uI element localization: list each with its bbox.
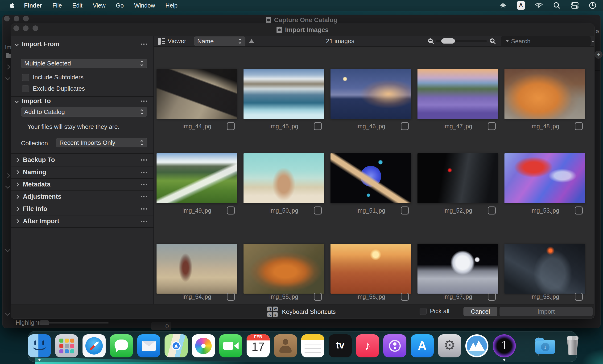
dock-safari-icon[interactable] (82, 334, 106, 357)
import-button[interactable]: Import (499, 307, 593, 316)
chevron-right-icon[interactable] (5, 173, 10, 178)
dock-music-icon[interactable]: ♪ (356, 334, 379, 357)
sidebar-section-backup-to[interactable]: Backup To (11, 154, 153, 166)
image-thumbnail[interactable] (504, 244, 585, 294)
dock-settings-icon[interactable]: ⚙ (438, 334, 461, 357)
control-center-icon[interactable] (570, 1, 579, 10)
chevron-down-icon[interactable] (5, 75, 10, 80)
sidebar-section-adjustments[interactable]: Adjustments (11, 190, 153, 203)
image-thumbnail[interactable] (417, 244, 498, 294)
chevron-down-icon[interactable] (5, 311, 10, 316)
highlight-slider[interactable]: 0 (39, 322, 109, 323)
dock-calendar-icon[interactable]: FEB17 (247, 334, 270, 357)
antivirus-spider-icon[interactable] (499, 1, 507, 10)
sidebar-section-naming[interactable]: Naming (11, 166, 153, 179)
more-options-icon[interactable] (141, 221, 147, 222)
zoom-button[interactable] (33, 25, 38, 31)
pick-checkbox[interactable] (401, 293, 409, 301)
keyboard-shortcuts-label[interactable]: Keyboard Shortcuts (282, 308, 336, 316)
minimize-button[interactable] (14, 16, 19, 22)
search-options-icon[interactable] (592, 41, 594, 42)
search-input[interactable] (510, 37, 591, 45)
search-scope-caret-icon[interactable] (506, 40, 509, 42)
menu-item-help[interactable]: Help (165, 2, 177, 9)
cancel-button[interactable]: Cancel (464, 307, 497, 316)
pick-checkbox[interactable] (314, 293, 322, 301)
chevron-down-icon[interactable] (5, 247, 10, 252)
close-button[interactable] (4, 16, 10, 22)
input-source-icon[interactable]: A (517, 1, 525, 10)
zoom-in-icon[interactable] (489, 37, 497, 45)
import-source-dropdown[interactable]: Multiple Selected (21, 59, 147, 68)
pick-checkbox[interactable] (227, 293, 235, 301)
pick-checkbox[interactable] (575, 293, 583, 301)
sidebar-section-after-import[interactable]: After Import (11, 215, 153, 228)
pick-all-checkbox[interactable] (420, 308, 427, 315)
exclude-duplicates-row[interactable]: Exclude Duplicates (22, 85, 85, 92)
zoom-out-icon[interactable] (427, 37, 435, 45)
viewer-layout-icon[interactable] (158, 38, 165, 45)
dock-photos-icon[interactable] (192, 334, 215, 357)
more-options-icon[interactable] (141, 44, 147, 45)
search-field[interactable] (501, 36, 591, 46)
zoom-button[interactable] (23, 16, 29, 22)
dock-messages-icon[interactable] (110, 334, 133, 357)
image-thumbnail[interactable] (330, 244, 411, 294)
dock-facetime-icon[interactable] (219, 334, 242, 357)
menu-item-view[interactable]: View (93, 2, 106, 9)
double-chevron-icon[interactable]: » (595, 27, 598, 35)
include-subfolders-row[interactable]: Include Subfolders (22, 74, 83, 81)
more-options-icon[interactable] (141, 184, 147, 185)
image-thumbnail[interactable] (244, 244, 324, 294)
dock-launchpad-icon[interactable] (55, 334, 78, 357)
highlight-value[interactable]: 0 (151, 322, 171, 330)
menu-item-file[interactable]: File (52, 2, 62, 9)
adjustments-sliders-icon[interactable] (5, 164, 11, 168)
slider-thumb[interactable] (40, 320, 49, 325)
dock-mail-icon[interactable] (137, 334, 160, 357)
close-button[interactable] (13, 25, 19, 31)
thumbnail-size-slider[interactable] (436, 40, 487, 42)
dock-contacts-icon[interactable] (274, 334, 297, 357)
menu-item-edit[interactable]: Edit (72, 2, 82, 9)
menu-item-finder[interactable]: Finder (24, 2, 42, 9)
menu-item-go[interactable]: Go (116, 2, 124, 9)
more-options-icon[interactable] (141, 172, 147, 173)
collection-dropdown[interactable]: Recent Imports Only (56, 138, 147, 147)
dock-trash-icon[interactable] (561, 334, 584, 357)
keyboard-shortcuts-icon[interactable]: QW AS (267, 307, 278, 317)
image-thumbnail[interactable] (157, 244, 237, 294)
section-import-from[interactable]: Import From (11, 40, 153, 48)
dock-tv-icon[interactable]: tv (329, 334, 352, 357)
dock-maps-icon[interactable] (164, 334, 188, 357)
wifi-alert-icon[interactable] (535, 1, 543, 10)
more-options-icon[interactable] (141, 208, 147, 210)
pick-all-row[interactable]: Pick all (420, 308, 449, 315)
slider-thumb[interactable] (441, 38, 455, 44)
include-subfolders-checkbox[interactable] (22, 74, 29, 81)
section-import-to[interactable]: Import To (11, 97, 153, 105)
dock-notes-icon[interactable] (301, 334, 324, 357)
dock-appstore-icon[interactable]: A (411, 334, 434, 357)
apple-menu-icon[interactable] (9, 2, 15, 9)
chevron-down-icon[interactable] (5, 184, 10, 188)
dock-downloads-icon[interactable]: ↓ (534, 334, 557, 357)
minimize-button[interactable] (23, 25, 29, 31)
dock-podcasts-icon[interactable] (383, 334, 406, 357)
pick-checkbox[interactable] (488, 293, 496, 301)
spotlight-search-icon[interactable] (553, 1, 561, 10)
dock-mountain-icon[interactable] (465, 334, 488, 357)
sidebar-section-file-info[interactable]: File Info (11, 203, 153, 215)
sidebar-section-metadata[interactable]: Metadata (11, 178, 153, 191)
dock-captureone-icon[interactable]: 1 (493, 334, 516, 357)
zoom-plus-icon[interactable]: + (594, 51, 603, 59)
sort-ascending-icon[interactable] (249, 39, 254, 43)
menu-item-window[interactable]: Window (134, 2, 155, 9)
more-options-icon[interactable] (141, 159, 147, 161)
exclude-duplicates-checkbox[interactable] (22, 85, 29, 92)
more-options-icon[interactable] (141, 196, 147, 197)
clock-icon[interactable] (588, 1, 597, 10)
sort-by-dropdown[interactable]: Name (194, 36, 245, 46)
import-destination-dropdown[interactable]: Add to Catalog (21, 107, 147, 117)
chevron-right-icon[interactable] (5, 65, 10, 69)
